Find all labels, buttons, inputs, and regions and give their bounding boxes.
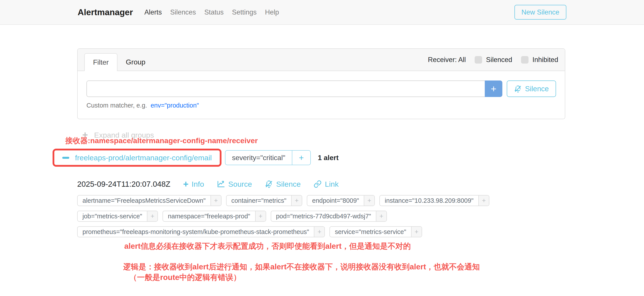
- label-tag-text[interactable]: namespace="freeleaps-prod": [163, 211, 255, 221]
- app-brand[interactable]: Alertmanager: [78, 8, 133, 17]
- label-tag-add-button[interactable]: +: [376, 211, 386, 221]
- inhibited-checkbox-group[interactable]: Inhibited: [521, 56, 558, 64]
- filter-tabs: Filter Group: [84, 53, 154, 71]
- label-tag-text[interactable]: service="metrics-service": [330, 227, 411, 237]
- alert-labels-row-3: prometheus="freeleaps-monitoring-system/…: [77, 226, 422, 237]
- group-matcher-add-button[interactable]: +: [292, 151, 310, 165]
- source-action[interactable]: Source: [217, 180, 252, 188]
- label-tag-text[interactable]: prometheus="freeleaps-monitoring-system/…: [78, 227, 314, 237]
- label-tag-add-button[interactable]: +: [314, 227, 324, 237]
- info-action-label: Info: [192, 180, 204, 188]
- add-matcher-button[interactable]: +: [485, 80, 502, 97]
- label-tag-text[interactable]: job="metrics-service": [78, 211, 147, 221]
- receiver-annotation: 接收器:namespace/altermanager-config-name/r…: [65, 136, 258, 146]
- chart-line-icon: [217, 180, 225, 188]
- inhibited-checkbox-label: Inhibited: [532, 56, 558, 64]
- filter-panel-header: Filter Group Receiver: All Silenced Inhi…: [78, 49, 565, 71]
- matcher-input[interactable]: [86, 80, 485, 97]
- silenced-checkbox-label: Silenced: [486, 56, 512, 64]
- label-tag-pod: pod="metrics-77d9cdb497-wdsj7" +: [271, 211, 387, 222]
- silence-action[interactable]: Silence: [265, 180, 301, 188]
- nav-item-help[interactable]: Help: [265, 8, 279, 16]
- matcher-hint-text: Custom matcher, e.g.: [86, 102, 147, 109]
- link-action-label: Link: [325, 180, 338, 188]
- filter-panel: Filter Group Receiver: All Silenced Inhi…: [77, 48, 565, 119]
- link-action[interactable]: Link: [314, 180, 338, 188]
- alert-labels-row-2: job="metrics-service" + namespace="freel…: [77, 211, 387, 222]
- silence-action-label: Silence: [276, 180, 301, 188]
- label-tag-text[interactable]: pod="metrics-77d9cdb497-wdsj7": [271, 211, 376, 221]
- new-silence-button[interactable]: New Silence: [514, 5, 566, 20]
- nav-links: Alerts Silences Status Settings Help: [144, 8, 279, 16]
- label-tag-text[interactable]: alertname="FreeleapsMetricsServiceDown": [78, 196, 210, 206]
- inhibited-checkbox[interactable]: [521, 56, 528, 64]
- matcher-hint: Custom matcher, e.g. env="production": [86, 102, 556, 109]
- label-tag-namespace: namespace="freeleaps-prod" +: [162, 211, 266, 222]
- silenced-checkbox[interactable]: [475, 56, 482, 64]
- label-tag-instance: instance="10.233.98.209:8009" +: [380, 195, 490, 206]
- label-tag-job: job="metrics-service" +: [77, 211, 158, 222]
- plus-icon: +: [183, 180, 189, 189]
- annotation-note-2: 逻辑是：接收器收到alert后进行通知，如果alert不在接收器下，说明接收器没…: [123, 262, 480, 272]
- tab-filter[interactable]: Filter: [84, 53, 118, 71]
- label-tag-alertname: alertname="FreeleapsMetricsServiceDown" …: [77, 195, 222, 206]
- label-tag-text[interactable]: instance="10.233.98.209:8009": [380, 196, 478, 206]
- matcher-example-link[interactable]: env="production": [151, 102, 199, 109]
- label-tag-container: container="metrics" +: [226, 195, 302, 206]
- bell-slash-icon: [514, 85, 522, 93]
- label-tag-add-button[interactable]: +: [411, 227, 422, 237]
- label-tag-endpoint: endpoint="8009" +: [307, 195, 375, 206]
- nav-item-status[interactable]: Status: [204, 8, 224, 16]
- label-tag-text[interactable]: endpoint="8009": [307, 196, 364, 206]
- navbar: Alertmanager Alerts Silences Status Sett…: [0, 0, 644, 25]
- alert-meta-row: 2025-09-24T11:20:07.048Z + Info Source S…: [77, 178, 338, 190]
- info-action[interactable]: + Info: [183, 180, 204, 189]
- annotation-note-3: （一般是route中的逻辑有错误）: [129, 272, 241, 282]
- navbar-inner: Alertmanager Alerts Silences Status Sett…: [78, 0, 566, 24]
- group-matcher-label[interactable]: severity="critical": [226, 151, 292, 165]
- silence-button-label: Silence: [525, 85, 549, 93]
- nav-item-alerts[interactable]: Alerts: [144, 8, 162, 16]
- alert-group-row: freeleaps-prod/alertmanager-config/email…: [52, 149, 338, 167]
- alertmanager-page: Alertmanager Alerts Silences Status Sett…: [0, 0, 644, 296]
- nav-item-settings[interactable]: Settings: [232, 8, 257, 16]
- label-tag-add-button[interactable]: +: [364, 196, 374, 206]
- link-icon: [314, 180, 322, 188]
- annotation-note-1: alert信息必须在接收器下才表示配置成功，否则即使能看到alert，但是通知是…: [124, 241, 411, 251]
- matcher-input-row: + Silence: [86, 80, 556, 97]
- source-action-label: Source: [228, 180, 252, 188]
- tab-group[interactable]: Group: [118, 53, 154, 71]
- alert-timestamp: 2025-09-24T11:20:07.048Z: [77, 180, 170, 188]
- label-tag-add-button[interactable]: +: [478, 196, 489, 206]
- minus-icon: [62, 157, 69, 159]
- filter-options: Receiver: All Silenced Inhibited: [428, 56, 558, 64]
- annotation-highlight-box: freeleaps-prod/alertmanager-config/email: [52, 149, 222, 167]
- label-tag-prometheus: prometheus="freeleaps-monitoring-system/…: [77, 226, 325, 237]
- group-receiver-name: freeleaps-prod/alertmanager-config/email: [75, 154, 212, 162]
- receiver-filter-label[interactable]: Receiver: All: [428, 56, 466, 64]
- silence-from-filter-button[interactable]: Silence: [507, 80, 556, 97]
- filter-panel-body: + Silence Custom matcher, e.g. env="prod…: [78, 71, 565, 109]
- label-tag-add-button[interactable]: +: [291, 196, 302, 206]
- label-tag-add-button[interactable]: +: [210, 196, 221, 206]
- silenced-checkbox-group[interactable]: Silenced: [475, 56, 512, 64]
- bell-slash-icon: [265, 180, 273, 188]
- nav-item-silences[interactable]: Silences: [170, 8, 196, 16]
- label-tag-add-button[interactable]: +: [147, 211, 158, 221]
- label-tag-service: service="metrics-service" +: [330, 226, 422, 237]
- label-tag-add-button[interactable]: +: [255, 211, 266, 221]
- alert-count: 1 alert: [318, 154, 338, 162]
- alert-labels-row-1: alertname="FreeleapsMetricsServiceDown" …: [77, 195, 490, 206]
- group-matcher-tag: severity="critical" +: [225, 150, 311, 165]
- collapse-group-button[interactable]: freeleaps-prod/alertmanager-config/email: [54, 150, 220, 165]
- label-tag-text[interactable]: container="metrics": [226, 196, 291, 206]
